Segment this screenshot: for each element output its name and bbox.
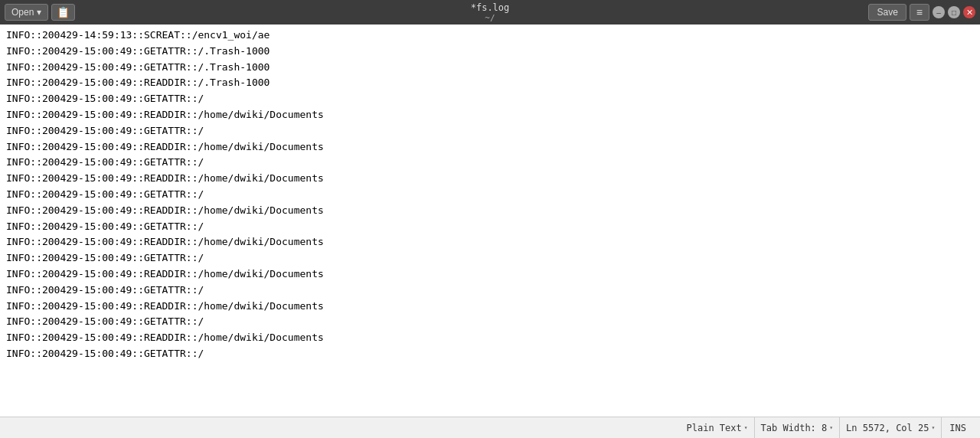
minimize-icon: – [936, 8, 941, 17]
tab-width-label: Tab Width: 8 [761, 423, 828, 433]
ins-label: INS [949, 423, 966, 433]
folder-icon-button[interactable]: 📋 [51, 4, 75, 21]
minimize-button[interactable]: – [933, 6, 945, 18]
save-button[interactable]: Save [868, 4, 906, 21]
cursor-pos-label: Ln 5572, Col 25 [846, 423, 929, 433]
log-line: INFO::200429-15:00:49::GETATTR::/ [6, 250, 974, 266]
titlebar: Open ▾ 📋 *fs.log ~/ Save ≡ – □ ✕ [0, 0, 980, 25]
main-content: INFO::200429-14:59:13::SCREAT::/encv1_wo… [0, 25, 980, 417]
log-line: INFO::200429-15:00:49::GETATTR::/ [6, 346, 974, 362]
log-line: INFO::200429-15:00:49::GETATTR::/.Trash-… [6, 60, 974, 76]
log-line: INFO::200429-15:00:49::GETATTR::/ [6, 187, 974, 203]
titlebar-right: Save ≡ – □ ✕ [868, 4, 980, 21]
log-line: INFO::200429-15:00:49::GETATTR::/.Trash-… [6, 44, 974, 60]
folder-icon: 📋 [57, 6, 70, 18]
maximize-button[interactable]: □ [948, 6, 960, 18]
log-line: INFO::200429-15:00:49::READDIR::/home/dw… [6, 139, 974, 155]
menu-icon: ≡ [916, 6, 923, 18]
log-line: INFO::200429-15:00:49::READDIR::/home/dw… [6, 266, 974, 283]
open-dropdown-arrow: ▾ [37, 7, 41, 18]
window-subtitle: ~/ [471, 13, 510, 23]
log-line: INFO::200429-15:00:49::READDIR::/home/dw… [6, 203, 974, 219]
plain-text-dropdown-arrow: ▾ [744, 424, 748, 431]
titlebar-left: Open ▾ 📋 [0, 4, 75, 21]
log-line: INFO::200429-15:00:49::READDIR::/home/dw… [6, 171, 974, 187]
tab-width-selector[interactable]: Tab Width: 8 ▾ [754, 417, 840, 438]
close-icon: ✕ [966, 8, 973, 18]
log-line: INFO::200429-15:00:49::READDIR::/.Trash-… [6, 75, 974, 91]
log-line: INFO::200429-15:00:49::READDIR::/home/dw… [6, 107, 974, 123]
open-button[interactable]: Open ▾ [5, 4, 48, 21]
log-line: INFO::200429-15:00:49::GETATTR::/ [6, 155, 974, 171]
log-line: INFO::200429-14:59:13::SCREAT::/encv1_wo… [6, 28, 974, 44]
maximize-icon: □ [952, 8, 956, 17]
window-title: *fs.log [471, 2, 510, 13]
log-line: INFO::200429-15:00:49::READDIR::/home/dw… [6, 330, 974, 346]
log-line: INFO::200429-15:00:49::GETATTR::/ [6, 123, 974, 139]
log-line: INFO::200429-15:00:49::GETATTR::/ [6, 314, 974, 330]
log-line: INFO::200429-15:00:49::READDIR::/home/dw… [6, 299, 974, 315]
open-label: Open [11, 7, 34, 18]
titlebar-center: *fs.log ~/ [471, 2, 510, 23]
ins-indicator: INS [941, 417, 974, 438]
cursor-position[interactable]: Ln 5572, Col 25 ▾ [839, 417, 941, 438]
log-line: INFO::200429-15:00:49::GETATTR::/ [6, 219, 974, 235]
close-button[interactable]: ✕ [963, 6, 975, 18]
plain-text-label: Plain Text [687, 423, 742, 433]
log-text-area[interactable]: INFO::200429-14:59:13::SCREAT::/encv1_wo… [0, 25, 980, 417]
menu-button[interactable]: ≡ [910, 4, 929, 21]
statusbar: Plain Text ▾ Tab Width: 8 ▾ Ln 5572, Col… [0, 417, 980, 438]
cursor-pos-dropdown-arrow: ▾ [931, 424, 935, 431]
log-line: INFO::200429-15:00:49::GETATTR::/ [6, 283, 974, 299]
log-line: INFO::200429-15:00:49::GETATTR::/ [6, 91, 974, 107]
log-line: INFO::200429-15:00:49::READDIR::/home/dw… [6, 234, 974, 250]
tab-width-dropdown-arrow: ▾ [829, 424, 833, 431]
plain-text-selector[interactable]: Plain Text ▾ [681, 417, 754, 438]
